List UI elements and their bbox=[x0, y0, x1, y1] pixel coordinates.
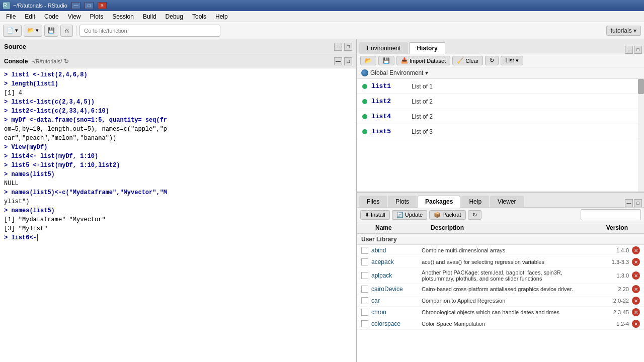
pkg-link-colorspace[interactable]: colorspace bbox=[371, 320, 422, 327]
env-panel-controls: — □ bbox=[625, 46, 642, 54]
pkg-desc-aplpack: Another Plot PACKage: stem.leaf, bagplot… bbox=[422, 269, 594, 282]
tab-viewer[interactable]: Viewer bbox=[490, 196, 523, 207]
pkg-link-acepack[interactable]: acepack bbox=[371, 258, 422, 265]
pkg-checkbox-abind[interactable] bbox=[361, 247, 368, 254]
pkg-link-abind[interactable]: abind bbox=[371, 247, 422, 254]
global-env-label[interactable]: Global Environment ▾ bbox=[370, 69, 428, 76]
menu-view[interactable]: View bbox=[64, 12, 85, 21]
packrat-button[interactable]: 📦 Packrat bbox=[429, 210, 465, 220]
left-panel: Source — □ Console ~/R/tutorials/ ↻ — □ bbox=[0, 39, 357, 362]
install-packages-button[interactable]: ⬇ Install bbox=[360, 210, 390, 220]
source-header: Source — □ bbox=[0, 39, 356, 54]
env-item[interactable]: list5 List of 3 bbox=[357, 124, 644, 139]
close-button[interactable]: ✕ bbox=[98, 2, 107, 9]
console-maximize-button[interactable]: □ bbox=[344, 57, 352, 65]
pkg-link-cairodevice[interactable]: cairoDevice bbox=[371, 286, 422, 293]
pkg-checkbox-acepack[interactable] bbox=[361, 258, 368, 265]
menu-code[interactable]: Code bbox=[40, 12, 63, 21]
open-file-button[interactable]: 📂 ▾ bbox=[24, 25, 42, 37]
save-button[interactable]: 💾 bbox=[44, 25, 58, 37]
files-minimize-button[interactable]: — bbox=[625, 199, 633, 207]
update-packages-button[interactable]: 🔄 Update bbox=[392, 210, 427, 220]
source-title: Source bbox=[4, 43, 26, 50]
new-file-button[interactable]: 📄 ▾ bbox=[3, 25, 22, 37]
pkg-delete-aplpack[interactable]: ✕ bbox=[632, 272, 640, 280]
pkg-delete-colorspace[interactable]: ✕ bbox=[632, 320, 640, 328]
menu-build[interactable]: Build bbox=[139, 12, 160, 21]
header-version-col: Version bbox=[588, 224, 628, 231]
maximize-button[interactable]: □ bbox=[85, 2, 94, 9]
console-body[interactable]: > list1 <-list(2,4,6,8) > length(list1) … bbox=[0, 68, 356, 362]
menu-plots[interactable]: Plots bbox=[86, 12, 108, 21]
menu-edit[interactable]: Edit bbox=[21, 12, 39, 21]
package-row-colorspace: colorspace Color Space Manipulation 1.2-… bbox=[357, 318, 644, 330]
tab-environment[interactable]: Environment bbox=[359, 42, 408, 54]
minimize-button[interactable]: — bbox=[71, 2, 80, 9]
pkg-delete-cairodevice[interactable]: ✕ bbox=[632, 285, 640, 293]
console-line: > names(list5) bbox=[4, 206, 352, 215]
menu-session[interactable]: Session bbox=[108, 12, 138, 21]
menu-tools[interactable]: Tools bbox=[188, 12, 210, 21]
pkg-link-chron[interactable]: chron bbox=[371, 309, 422, 316]
pkg-checkbox-colorspace[interactable] bbox=[361, 320, 368, 327]
pkg-ver-acepack: 1.3-3.3 bbox=[594, 259, 629, 265]
pkg-desc-car: Companion to Applied Regression bbox=[422, 298, 594, 304]
env-scrollbar-thumb[interactable] bbox=[638, 79, 644, 94]
import-dataset-button[interactable]: 📥 Import Dataset bbox=[396, 56, 450, 65]
print-button[interactable]: 🖨 bbox=[60, 25, 73, 37]
console-line: > list2<-list(c(2,33,4),6:10) bbox=[4, 107, 352, 116]
tab-plots[interactable]: Plots bbox=[388, 196, 417, 207]
pkg-checkbox-car[interactable] bbox=[361, 297, 368, 304]
tab-history[interactable]: History bbox=[409, 42, 445, 54]
menu-help[interactable]: Help bbox=[211, 12, 232, 21]
clear-workspace-button[interactable]: 🧹 Clear bbox=[452, 56, 483, 65]
pkg-checkbox-chron[interactable] bbox=[361, 309, 368, 316]
package-row-chron: chron Chronological objects which can ha… bbox=[357, 307, 644, 318]
goto-input[interactable] bbox=[79, 25, 220, 37]
files-panel-controls: — □ bbox=[625, 199, 642, 207]
console-minimize-button[interactable]: — bbox=[334, 57, 342, 65]
project-label[interactable]: tutorials ▾ bbox=[606, 26, 641, 36]
save-workspace-button[interactable]: 💾 bbox=[378, 56, 394, 65]
env-maximize-button[interactable]: □ bbox=[634, 46, 642, 54]
console-line: [3] "Mylist" bbox=[4, 224, 352, 233]
pkg-link-aplpack[interactable]: aplpack bbox=[371, 272, 422, 279]
pkg-link-car[interactable]: car bbox=[371, 297, 422, 304]
pkg-delete-abind[interactable]: ✕ bbox=[632, 246, 640, 254]
refresh-packages-button[interactable]: ↻ bbox=[468, 210, 481, 220]
env-var-value: List of 1 bbox=[412, 83, 433, 90]
refresh-env-button[interactable]: ↻ bbox=[485, 56, 499, 65]
console-input-line: > list6<- bbox=[4, 233, 352, 242]
package-row-car: car Companion to Applied Regression 2.0-… bbox=[357, 295, 644, 307]
tab-packages[interactable]: Packages bbox=[418, 196, 460, 208]
tab-files[interactable]: Files bbox=[359, 196, 387, 207]
list-dropdown[interactable]: List ▾ bbox=[501, 56, 523, 65]
source-panel-buttons: — □ bbox=[334, 43, 352, 51]
packages-search-input[interactable] bbox=[581, 209, 641, 220]
pkg-delete-chron[interactable]: ✕ bbox=[632, 308, 640, 316]
env-minimize-button[interactable]: — bbox=[625, 46, 633, 54]
menu-file[interactable]: File bbox=[2, 12, 20, 21]
load-workspace-button[interactable]: 📂 bbox=[360, 56, 376, 65]
env-var-name: list5 bbox=[371, 128, 412, 135]
cursor bbox=[37, 234, 38, 241]
user-library-header: User Library bbox=[357, 234, 644, 245]
env-scrollbar[interactable] bbox=[638, 79, 644, 192]
source-maximize-button[interactable]: □ bbox=[344, 43, 352, 51]
env-item[interactable]: list4 List of 2 bbox=[357, 109, 644, 124]
install-icon: ⬇ bbox=[365, 212, 369, 218]
env-var-value: List of 3 bbox=[412, 128, 433, 135]
pkg-checkbox-aplpack[interactable] bbox=[361, 272, 368, 279]
pkg-desc-acepack: ace() and avas() for selecting regressio… bbox=[422, 259, 594, 265]
files-maximize-button[interactable]: □ bbox=[634, 199, 642, 207]
header-del-col bbox=[628, 224, 640, 231]
tab-help[interactable]: Help bbox=[461, 196, 489, 207]
menu-debug[interactable]: Debug bbox=[162, 12, 187, 21]
pkg-checkbox-cairodevice[interactable] bbox=[361, 286, 368, 293]
pkg-delete-acepack[interactable]: ✕ bbox=[632, 258, 640, 266]
env-item[interactable]: list1 List of 1 bbox=[357, 79, 644, 94]
env-item[interactable]: list2 List of 2 bbox=[357, 94, 644, 109]
source-minimize-button[interactable]: — bbox=[334, 43, 342, 51]
env-var-name: list4 bbox=[371, 113, 412, 120]
pkg-delete-car[interactable]: ✕ bbox=[632, 297, 640, 305]
